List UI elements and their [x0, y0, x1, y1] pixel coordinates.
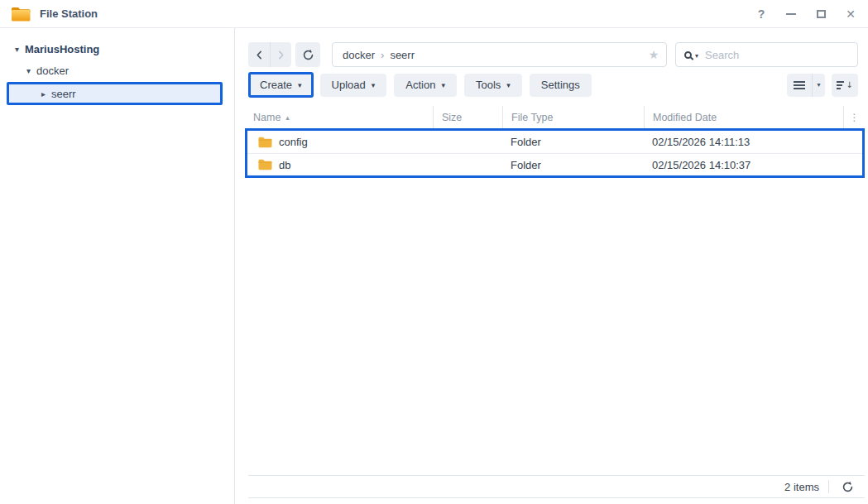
caret-down-icon: ▾: [372, 81, 376, 89]
name-cell: db: [247, 159, 433, 171]
window-controls: ? ✕: [755, 8, 856, 20]
breadcrumb-segment-seerr[interactable]: seerr: [390, 49, 415, 61]
view-controls: ▾ ↓: [787, 74, 858, 97]
settings-button[interactable]: Settings: [530, 74, 592, 97]
action-button[interactable]: Action ▾: [394, 74, 457, 97]
button-label: Create: [260, 79, 292, 91]
search-input[interactable]: [705, 49, 851, 61]
back-button[interactable]: [248, 42, 270, 67]
search-box: ▾: [675, 42, 858, 67]
sort-arrow-down-icon: ↓: [846, 81, 852, 89]
view-mode-caret-icon[interactable]: ▾: [812, 74, 825, 97]
highlighted-rows-box: config Folder 02/15/2026 14:11:13: [245, 128, 865, 178]
button-label: Tools: [476, 79, 501, 91]
column-label: Modified Date: [653, 112, 717, 123]
modified-date-cell: 02/15/2026 14:10:37: [644, 159, 846, 171]
status-bar: 2 items: [248, 475, 865, 498]
name-cell: config: [247, 136, 433, 148]
caret-down-icon: ▾: [506, 81, 511, 89]
table-header-row: Name ▴ Size File Type Modified Date ⋮: [245, 106, 865, 128]
sidebar-item-seerr-selected[interactable]: ▸ seerr: [7, 82, 223, 105]
folder-icon: [258, 137, 272, 148]
app-title: File Station: [40, 7, 98, 20]
caret-down-icon: ▾: [441, 81, 445, 89]
search-icon: [684, 51, 692, 59]
create-button[interactable]: Create ▾: [248, 72, 314, 98]
table-row-config[interactable]: config Folder 02/15/2026 14:11:13: [247, 131, 862, 153]
column-header-modified-date[interactable]: Modified Date: [644, 106, 843, 128]
sort-button[interactable]: ↓: [832, 74, 858, 97]
empty-file-area: [245, 178, 865, 475]
forward-button[interactable]: [270, 42, 291, 67]
button-label: Settings: [541, 79, 580, 91]
main-panel: docker › seerr ★ ▾ Create ▾ Uplo: [235, 28, 868, 504]
help-icon[interactable]: ?: [755, 8, 767, 20]
items-count: 2 items: [784, 481, 819, 493]
table-row-db[interactable]: db Folder 02/15/2026 14:10:37: [247, 153, 862, 175]
view-mode-button[interactable]: ▾: [787, 74, 825, 97]
caret-down-icon: ▾: [298, 81, 302, 89]
column-label: Size: [442, 112, 462, 123]
search-options-caret-icon[interactable]: ▾: [695, 52, 698, 60]
column-label: Name: [253, 112, 281, 123]
breadcrumb-segment-docker[interactable]: docker: [343, 49, 375, 61]
file-type-cell: Folder: [502, 136, 644, 148]
caret-down-icon[interactable]: ▾: [23, 66, 34, 75]
file-type-cell: Folder: [502, 159, 644, 171]
list-view-icon[interactable]: [787, 74, 812, 97]
file-station-folder-icon: [11, 5, 31, 22]
tools-button[interactable]: Tools ▾: [464, 74, 522, 97]
tree-item-label: MariusHosting: [25, 43, 99, 55]
close-icon[interactable]: ✕: [845, 8, 856, 20]
sidebar-item-docker[interactable]: ▾ docker: [0, 60, 234, 81]
titlebar: File Station ? ✕: [0, 0, 868, 28]
sort-ascending-icon: ▴: [285, 113, 290, 122]
file-station-window: File Station ? ✕ ▾ MariusHosting ▾ docke…: [0, 0, 868, 504]
app-body: ▾ MariusHosting ▾ docker ▸ seerr: [0, 28, 868, 504]
button-label: Action: [405, 79, 435, 91]
history-nav-group: [248, 42, 291, 67]
minimize-icon[interactable]: [785, 8, 797, 20]
tree-item-label: seerr: [51, 88, 76, 100]
caret-right-icon[interactable]: ▸: [38, 89, 49, 98]
column-options-icon[interactable]: ⋮: [843, 106, 865, 128]
modified-date-cell: 02/15/2026 14:11:13: [644, 136, 846, 148]
column-header-file-type[interactable]: File Type: [502, 106, 644, 128]
file-name: config: [279, 136, 308, 148]
breadcrumb-separator-icon: ›: [381, 49, 384, 61]
breadcrumb[interactable]: docker › seerr ★: [332, 42, 667, 67]
refresh-list-button[interactable]: [838, 478, 856, 496]
column-label: File Type: [511, 112, 554, 123]
file-name: db: [279, 159, 290, 171]
maximize-icon[interactable]: [815, 8, 827, 20]
upload-button[interactable]: Upload ▾: [320, 74, 387, 97]
column-header-name[interactable]: Name ▴: [245, 106, 433, 128]
sidebar-item-mariushosting[interactable]: ▾ MariusHosting: [0, 38, 234, 60]
caret-down-icon[interactable]: ▾: [12, 45, 22, 54]
column-header-size[interactable]: Size: [433, 106, 502, 128]
folder-icon: [258, 159, 272, 170]
refresh-button[interactable]: [295, 42, 320, 67]
navigation-toolbar: docker › seerr ★ ▾: [248, 42, 858, 67]
button-label: Upload: [332, 79, 366, 91]
action-toolbar: Create ▾ Upload ▾ Action ▾ Tools ▾ Setti…: [248, 72, 858, 98]
tree-item-label: docker: [36, 65, 69, 77]
file-table: Name ▴ Size File Type Modified Date ⋮: [245, 106, 865, 498]
status-divider: [828, 480, 829, 493]
bookmark-star-icon[interactable]: ★: [641, 43, 666, 66]
folder-tree-sidebar: ▾ MariusHosting ▾ docker ▸ seerr: [0, 28, 235, 504]
sort-bars-icon: [837, 81, 844, 89]
